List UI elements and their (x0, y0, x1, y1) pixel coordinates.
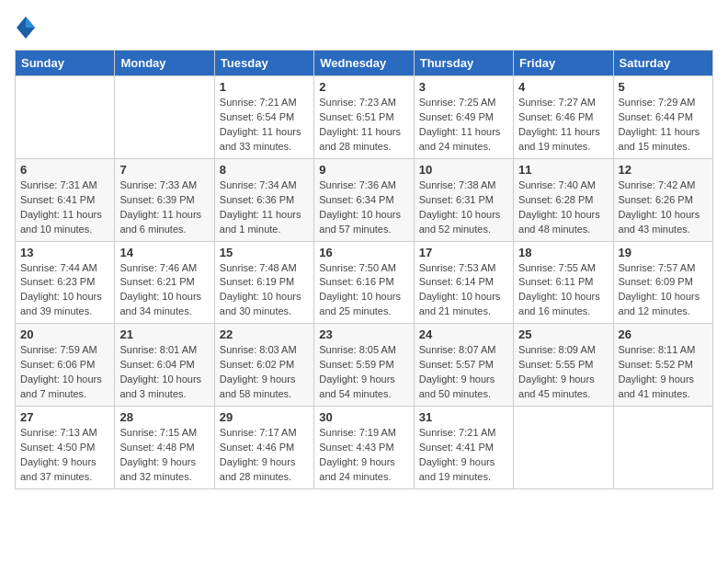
calendar-cell: 28Sunrise: 7:15 AMSunset: 4:48 PMDayligh… (115, 407, 214, 489)
day-info: Sunrise: 7:55 AMSunset: 6:11 PMDaylight:… (518, 261, 608, 320)
header-thursday: Thursday (414, 51, 513, 76)
day-number: 29 (220, 410, 309, 424)
week-row-2: 6Sunrise: 7:31 AMSunset: 6:41 PMDaylight… (16, 158, 713, 241)
day-info: Sunrise: 8:05 AMSunset: 5:59 PMDaylight:… (319, 343, 408, 402)
calendar-cell: 8Sunrise: 7:34 AMSunset: 6:36 PMDaylight… (214, 158, 313, 241)
calendar-cell: 2Sunrise: 7:23 AMSunset: 6:51 PMDaylight… (314, 76, 414, 159)
day-number: 6 (20, 163, 109, 177)
day-number: 19 (619, 246, 708, 259)
day-info: Sunrise: 7:19 AMSunset: 4:43 PMDaylight:… (319, 426, 408, 485)
logo-icon (15, 15, 37, 40)
day-info: Sunrise: 7:40 AMSunset: 6:28 PMDaylight:… (518, 178, 608, 237)
day-number: 21 (119, 327, 209, 341)
calendar-cell (613, 407, 712, 489)
day-number: 31 (419, 410, 508, 424)
day-info: Sunrise: 7:46 AMSunset: 6:21 PMDaylight:… (119, 261, 209, 320)
svg-marker-1 (26, 17, 35, 28)
day-number: 3 (419, 80, 508, 94)
page-header (15, 15, 713, 40)
day-number: 20 (20, 327, 109, 341)
day-info: Sunrise: 7:59 AMSunset: 6:06 PMDaylight:… (20, 343, 109, 402)
day-number: 4 (518, 80, 608, 94)
day-number: 5 (619, 80, 708, 94)
day-number: 7 (119, 163, 209, 177)
header-saturday: Saturday (613, 51, 712, 76)
calendar-cell: 30Sunrise: 7:19 AMSunset: 4:43 PMDayligh… (314, 407, 414, 489)
day-info: Sunrise: 7:15 AMSunset: 4:48 PMDaylight:… (119, 426, 209, 485)
calendar-cell: 10Sunrise: 7:38 AMSunset: 6:31 PMDayligh… (414, 158, 513, 241)
calendar-cell (514, 407, 613, 489)
day-info: Sunrise: 8:01 AMSunset: 6:04 PMDaylight:… (119, 343, 209, 402)
day-info: Sunrise: 7:34 AMSunset: 6:36 PMDaylight:… (220, 178, 309, 237)
calendar-cell: 4Sunrise: 7:27 AMSunset: 6:46 PMDaylight… (514, 76, 613, 159)
day-number: 18 (518, 246, 608, 259)
calendar-cell: 26Sunrise: 8:11 AMSunset: 5:52 PMDayligh… (613, 324, 712, 407)
day-info: Sunrise: 7:31 AMSunset: 6:41 PMDaylight:… (20, 178, 109, 237)
week-row-3: 13Sunrise: 7:44 AMSunset: 6:23 PMDayligh… (16, 241, 713, 324)
day-info: Sunrise: 7:33 AMSunset: 6:39 PMDaylight:… (119, 178, 209, 237)
week-row-1: 1Sunrise: 7:21 AMSunset: 6:54 PMDaylight… (16, 76, 713, 159)
calendar-cell: 9Sunrise: 7:36 AMSunset: 6:34 PMDaylight… (314, 158, 414, 241)
day-info: Sunrise: 7:23 AMSunset: 6:51 PMDaylight:… (319, 96, 408, 155)
day-info: Sunrise: 8:09 AMSunset: 5:55 PMDaylight:… (518, 343, 608, 402)
calendar-table: SundayMondayTuesdayWednesdayThursdayFrid… (15, 50, 713, 489)
day-number: 26 (619, 327, 708, 341)
day-number: 12 (619, 163, 708, 177)
header-friday: Friday (514, 51, 613, 76)
day-info: Sunrise: 7:13 AMSunset: 4:50 PMDaylight:… (20, 426, 109, 485)
day-number: 16 (319, 246, 408, 259)
header-sunday: Sunday (16, 51, 115, 76)
day-info: Sunrise: 7:50 AMSunset: 6:16 PMDaylight:… (319, 261, 408, 320)
day-info: Sunrise: 7:29 AMSunset: 6:44 PMDaylight:… (619, 96, 708, 155)
header-wednesday: Wednesday (314, 51, 414, 76)
day-number: 11 (518, 163, 608, 177)
calendar-cell: 3Sunrise: 7:25 AMSunset: 6:49 PMDaylight… (414, 76, 513, 159)
header-monday: Monday (115, 51, 214, 76)
calendar-cell: 6Sunrise: 7:31 AMSunset: 6:41 PMDaylight… (16, 158, 115, 241)
day-number: 1 (220, 80, 309, 94)
day-number: 22 (220, 327, 309, 341)
calendar-cell: 27Sunrise: 7:13 AMSunset: 4:50 PMDayligh… (16, 407, 115, 489)
day-number: 14 (119, 246, 209, 259)
calendar-header-row: SundayMondayTuesdayWednesdayThursdayFrid… (16, 51, 713, 76)
day-number: 17 (419, 246, 508, 259)
calendar-cell: 7Sunrise: 7:33 AMSunset: 6:39 PMDaylight… (115, 158, 214, 241)
day-info: Sunrise: 7:53 AMSunset: 6:14 PMDaylight:… (419, 261, 508, 320)
day-info: Sunrise: 7:44 AMSunset: 6:23 PMDaylight:… (20, 261, 109, 320)
day-info: Sunrise: 7:21 AMSunset: 4:41 PMDaylight:… (419, 426, 508, 485)
day-number: 8 (220, 163, 309, 177)
calendar-cell (115, 76, 214, 159)
day-number: 10 (419, 163, 508, 177)
day-number: 25 (518, 327, 608, 341)
calendar-cell: 29Sunrise: 7:17 AMSunset: 4:46 PMDayligh… (214, 407, 313, 489)
day-info: Sunrise: 7:25 AMSunset: 6:49 PMDaylight:… (419, 96, 508, 155)
day-info: Sunrise: 7:21 AMSunset: 6:54 PMDaylight:… (220, 96, 309, 155)
calendar-cell: 31Sunrise: 7:21 AMSunset: 4:41 PMDayligh… (414, 407, 513, 489)
day-number: 2 (319, 80, 408, 94)
day-info: Sunrise: 8:07 AMSunset: 5:57 PMDaylight:… (419, 343, 508, 402)
calendar-cell: 5Sunrise: 7:29 AMSunset: 6:44 PMDaylight… (613, 76, 712, 159)
day-number: 24 (419, 327, 508, 341)
calendar-cell: 15Sunrise: 7:48 AMSunset: 6:19 PMDayligh… (214, 241, 313, 324)
day-number: 9 (319, 163, 408, 177)
calendar-cell: 16Sunrise: 7:50 AMSunset: 6:16 PMDayligh… (314, 241, 414, 324)
day-number: 23 (319, 327, 408, 341)
calendar-cell: 12Sunrise: 7:42 AMSunset: 6:26 PMDayligh… (613, 158, 712, 241)
calendar-cell: 25Sunrise: 8:09 AMSunset: 5:55 PMDayligh… (514, 324, 613, 407)
calendar-cell: 18Sunrise: 7:55 AMSunset: 6:11 PMDayligh… (514, 241, 613, 324)
calendar-cell: 13Sunrise: 7:44 AMSunset: 6:23 PMDayligh… (16, 241, 115, 324)
day-number: 30 (319, 410, 408, 424)
calendar-cell: 23Sunrise: 8:05 AMSunset: 5:59 PMDayligh… (314, 324, 414, 407)
header-tuesday: Tuesday (214, 51, 313, 76)
day-info: Sunrise: 7:48 AMSunset: 6:19 PMDaylight:… (220, 261, 309, 320)
day-info: Sunrise: 7:38 AMSunset: 6:31 PMDaylight:… (419, 178, 508, 237)
day-info: Sunrise: 7:42 AMSunset: 6:26 PMDaylight:… (619, 178, 708, 237)
week-row-5: 27Sunrise: 7:13 AMSunset: 4:50 PMDayligh… (16, 407, 713, 489)
calendar-cell: 11Sunrise: 7:40 AMSunset: 6:28 PMDayligh… (514, 158, 613, 241)
calendar-cell (16, 76, 115, 159)
calendar-cell: 17Sunrise: 7:53 AMSunset: 6:14 PMDayligh… (414, 241, 513, 324)
calendar-cell: 14Sunrise: 7:46 AMSunset: 6:21 PMDayligh… (115, 241, 214, 324)
day-info: Sunrise: 7:57 AMSunset: 6:09 PMDaylight:… (619, 261, 708, 320)
day-number: 28 (119, 410, 209, 424)
calendar-cell: 19Sunrise: 7:57 AMSunset: 6:09 PMDayligh… (613, 241, 712, 324)
